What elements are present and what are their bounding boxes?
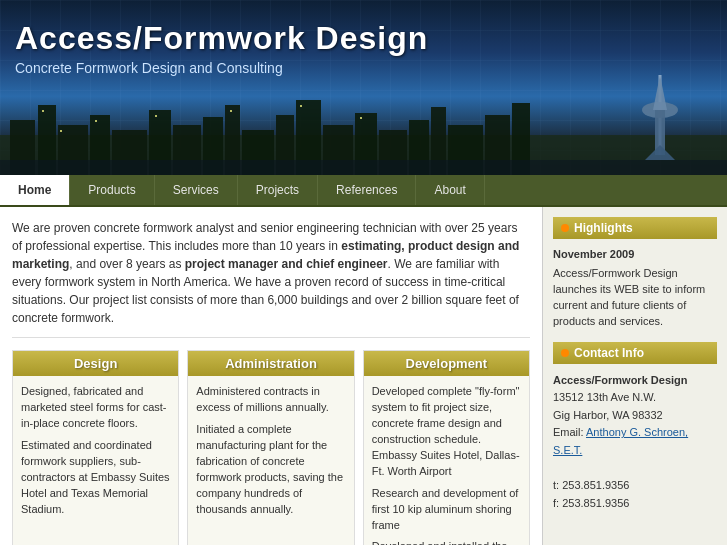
site-header: Access/Formwork Design Concrete Formwork… xyxy=(0,0,727,175)
nav-products[interactable]: Products xyxy=(70,175,154,205)
intro-paragraph: We are proven concrete formwork analyst … xyxy=(12,219,530,338)
highlights-content: November 2009 Access/Formwork Design lau… xyxy=(553,247,717,330)
highlights-title-bar: Highlights xyxy=(553,217,717,239)
svg-rect-30 xyxy=(230,110,232,112)
skyline-illustration xyxy=(0,75,727,175)
svg-rect-26 xyxy=(42,110,44,112)
site-subtitle: Concrete Formwork Design and Consulting xyxy=(15,60,428,76)
main-layout: We are proven concrete formwork analyst … xyxy=(0,207,727,545)
design-column: Design Designed, fabricated and marketed… xyxy=(12,350,179,545)
site-title: Access/Formwork Design xyxy=(15,20,428,57)
nav-about[interactable]: About xyxy=(416,175,484,205)
email-label: Email: xyxy=(553,426,586,438)
svg-rect-33 xyxy=(0,160,727,175)
contact-dot xyxy=(561,349,569,357)
address-line1: 13512 13th Ave N.W. xyxy=(553,391,656,403)
nav-projects[interactable]: Projects xyxy=(238,175,318,205)
highlights-label: Highlights xyxy=(574,221,633,235)
svg-rect-31 xyxy=(300,105,302,107)
svg-rect-29 xyxy=(155,115,157,117)
admin-text-2: Initiated a complete manufacturing plant… xyxy=(196,422,345,518)
intro-bold-2: project manager and chief engineer xyxy=(185,257,388,271)
phone-2: f: 253.851.9356 xyxy=(553,497,629,509)
phone-1: t: 253.851.9356 xyxy=(553,479,629,491)
intro-text-2: , and over 8 years as xyxy=(69,257,184,271)
contact-title-bar: Contact Info xyxy=(553,342,717,364)
nav-references[interactable]: References xyxy=(318,175,416,205)
contact-section: Contact Info Access/Formwork Design 1351… xyxy=(553,342,717,513)
design-header: Design xyxy=(13,351,178,376)
nav-services[interactable]: Services xyxy=(155,175,238,205)
design-text-2: Estimated and coordinated formwork suppl… xyxy=(21,438,170,518)
highlights-section: Highlights November 2009 Access/Formwork… xyxy=(553,217,717,330)
right-sidebar: Highlights November 2009 Access/Formwork… xyxy=(542,207,727,545)
svg-rect-27 xyxy=(60,130,62,132)
admin-text-1: Administered contracts in excess of mill… xyxy=(196,384,345,416)
dev-text-1: Developed complete "fly-form" system to … xyxy=(372,384,521,480)
development-header: Development xyxy=(364,351,529,376)
main-content: We are proven concrete formwork analyst … xyxy=(0,207,542,545)
development-column: Development Developed complete "fly-form… xyxy=(363,350,530,545)
contact-details: Access/Formwork Design 13512 13th Ave N.… xyxy=(553,372,717,513)
header-text-block: Access/Formwork Design Concrete Formwork… xyxy=(15,20,428,76)
administration-header: Administration xyxy=(188,351,353,376)
contact-label: Contact Info xyxy=(574,346,644,360)
svg-rect-32 xyxy=(360,117,362,119)
dev-text-2: Research and development of first 10 kip… xyxy=(372,486,521,534)
three-columns: Design Designed, fabricated and marketed… xyxy=(12,350,530,545)
administration-column: Administration Administered contracts in… xyxy=(187,350,354,545)
highlights-dot xyxy=(561,224,569,232)
svg-marker-23 xyxy=(653,75,667,110)
address-line2: Gig Harbor, WA 98332 xyxy=(553,409,663,421)
main-nav: Home Products Services Projects Referenc… xyxy=(0,175,727,207)
company-name: Access/Formwork Design xyxy=(553,374,688,386)
design-text-1: Designed, fabricated and marketed steel … xyxy=(21,384,170,432)
svg-rect-28 xyxy=(95,120,97,122)
highlight-date: November 2009 xyxy=(553,247,717,263)
dev-text-3: Developed and installed the largest susp… xyxy=(372,539,521,545)
nav-home[interactable]: Home xyxy=(0,175,70,205)
highlight-text: Access/Formwork Design launches its WEB … xyxy=(553,267,705,327)
